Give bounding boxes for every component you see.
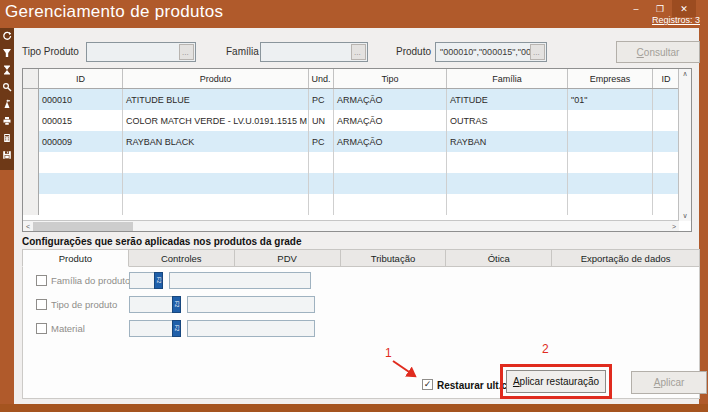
familia-field[interactable]: ... [260,42,368,62]
tab-controles[interactable]: Controles [129,249,235,267]
aplicar-button[interactable]: Aplicar [631,371,707,394]
vertical-scrollbar[interactable]: ∧ ∨ [678,69,691,221]
tipo-de-produto-checkbox[interactable] [36,299,47,310]
familia-desc-field[interactable] [169,272,311,289]
tipo-code-field[interactable] [129,296,173,313]
grid-header-familia[interactable]: Família [447,69,568,88]
material-desc-field[interactable] [187,320,315,337]
window-border-right [699,28,708,412]
empty-row [23,173,691,194]
familia-label: Família [226,46,259,57]
refresh-icon[interactable] [2,31,12,41]
save-icon[interactable] [2,150,12,160]
goals-icon[interactable] [2,99,12,109]
grid-header-und[interactable]: Und. [309,69,334,88]
tab-exportacao-de-dados[interactable]: Exportação de dados [552,249,700,267]
annotation-step-1: 1 [385,346,392,360]
print-icon[interactable] [2,116,12,126]
familia-f2-lookup-button[interactable]: F2 [154,272,163,289]
produto-field[interactable]: "000010","000015","000009" ... [435,42,547,62]
table-row[interactable]: 000015 COLOR MATCH VERDE - LV.U.0191.151… [23,110,691,131]
left-toolbar [0,28,14,170]
hourglass-icon[interactable] [2,65,12,75]
tipo-produto-browse-button[interactable]: ... [179,44,194,60]
table-row[interactable]: 000009 RAYBAN BLACK PC ARMAÇÃO RAYBAN [23,131,691,152]
search-icon[interactable] [2,82,12,92]
consultar-button[interactable]: Consultar [616,41,700,63]
grid-header-id[interactable]: ID [39,69,123,88]
grid-header-empresas[interactable]: Empresas [568,69,653,88]
aplicar-restauracao-button[interactable]: Aplicar restauração [506,370,606,393]
produto-field-value: "000010","000015","000009" [436,47,530,57]
window-border-bottom [0,404,708,412]
products-grid: ID Produto Und. Tipo Família Empresas ID… [22,68,692,232]
grid-header-tipo[interactable]: Tipo [334,69,447,88]
scrollbar-thumb[interactable] [33,222,133,231]
scroll-right-icon[interactable]: > [669,223,679,230]
filter-icon[interactable] [2,48,12,58]
familia-code-field[interactable] [129,272,155,289]
horizontal-scrollbar[interactable]: < > [23,220,679,231]
produto-browse-button[interactable]: ... [530,44,545,60]
registros-link[interactable]: Registros: 3 [652,15,700,25]
window-title: Gerenciamento de produtos [5,2,223,22]
config-section-label: Configurações que serão aplicadas nos pr… [22,236,302,247]
titlebar: Gerenciamento de produtos – ❐ ✕ Registro… [0,0,708,28]
table-row[interactable]: 000010 ATITUDE BLUE PC ARMAÇÃO ATITUDE "… [23,89,691,110]
annotation-step-2: 2 [542,342,549,356]
tab-otica[interactable]: Ótica [446,249,552,267]
tab-tributacao[interactable]: Tributação [341,249,447,267]
scroll-down-icon[interactable]: ∨ [682,211,687,221]
grid-header-selector [23,69,39,88]
material-label: Material [51,323,85,334]
tab-produto[interactable]: Produto [22,249,129,267]
tipo-desc-field[interactable] [187,296,315,313]
tipo-produto-label: Tipo Produto [22,46,79,57]
tipo-de-produto-label: Tipo de produto [51,299,117,310]
config-tabs: Produto Controles PDV Tributação Ótica E… [22,249,700,267]
empty-row [23,152,691,173]
empty-row [23,194,691,215]
calculator-icon[interactable] [2,133,12,143]
grid-header-row: ID Produto Und. Tipo Família Empresas ID [23,69,691,89]
tab-pdv[interactable]: PDV [235,249,341,267]
main-content: Tipo Produto ... Família ... Produto "00… [14,28,699,404]
scroll-left-icon[interactable]: < [23,223,33,230]
familia-browse-button[interactable]: ... [351,44,366,60]
familia-do-produto-label: Família do produto [51,275,130,286]
scroll-up-icon[interactable]: ∧ [682,69,687,79]
restaurar-ult-config-checkbox[interactable]: ✓ [422,379,433,390]
produto-label: Produto [396,46,431,57]
tipo-f2-lookup-button[interactable]: F2 [172,296,181,313]
tab-panel-produto: Família do produto F2 Tipo de produto F2… [22,267,700,399]
grid-header-id2[interactable]: ID [653,69,679,88]
material-code-field[interactable] [129,320,173,337]
material-f2-lookup-button[interactable]: F2 [172,320,181,337]
grid-header-produto[interactable]: Produto [123,69,309,88]
minimize-button[interactable]: – [624,0,648,17]
material-checkbox[interactable] [36,323,47,334]
familia-do-produto-checkbox[interactable] [36,275,47,286]
tipo-produto-field[interactable]: ... [86,42,196,62]
